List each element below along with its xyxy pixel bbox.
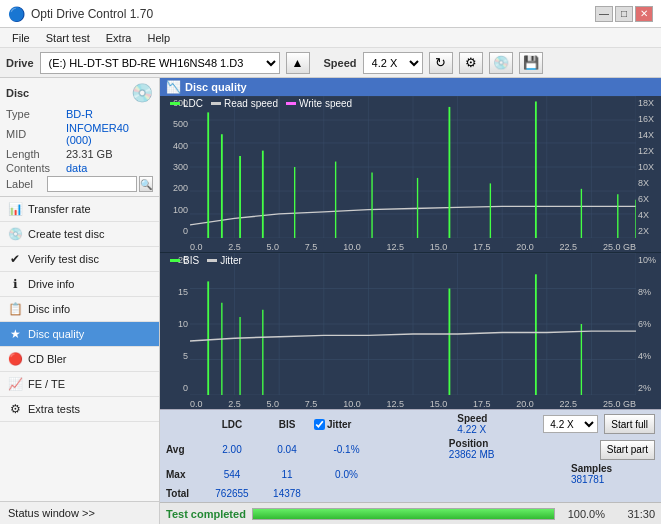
disc-type-label: Type — [6, 108, 66, 120]
position-value: 23862 MB — [449, 449, 529, 460]
y-label-r: 8X — [638, 178, 659, 188]
sidebar-item-disc-quality[interactable]: ★ Disc quality — [0, 322, 159, 347]
x-label: 20.0 — [516, 399, 534, 409]
sidebar-item-create-test-disc[interactable]: 💿 Create test disc — [0, 222, 159, 247]
menu-extra[interactable]: Extra — [98, 31, 140, 45]
top-chart-svg — [190, 96, 636, 238]
status-window-button[interactable]: Status window >> — [0, 501, 159, 524]
chart-header: 📉 Disc quality — [160, 78, 661, 96]
sidebar-item-label: Transfer rate — [28, 203, 91, 215]
disc-contents-value: data — [66, 162, 153, 174]
menu-file[interactable]: File — [4, 31, 38, 45]
y-label: 15 — [162, 287, 188, 297]
sidebar-item-transfer-rate[interactable]: 📊 Transfer rate — [0, 197, 159, 222]
disc-section: Disc 💿 Type BD-R MID INFOMER40 (000) Len… — [0, 78, 159, 197]
x-label: 17.5 — [473, 242, 491, 252]
x-label: 10.0 — [343, 399, 361, 409]
sidebar-item-fe-te[interactable]: 📈 FE / TE — [0, 372, 159, 397]
drive-label: Drive — [6, 57, 34, 69]
bis-col-header: BIS — [262, 419, 312, 430]
disc-label-row: Label 🔍 — [6, 176, 153, 192]
menu-start-test[interactable]: Start test — [38, 31, 98, 45]
charts-area: LDC Read speed Write speed — [160, 96, 661, 409]
start-full-button[interactable]: Start full — [604, 414, 655, 434]
samples-label: Samples — [571, 463, 651, 474]
progress-time: 31:30 — [611, 508, 655, 520]
x-label: 5.0 — [267, 242, 280, 252]
y-label: 100 — [162, 205, 188, 215]
sidebar-item-cd-bler[interactable]: 🔴 CD Bler — [0, 347, 159, 372]
x-label: 15.0 — [430, 242, 448, 252]
disc-contents-label: Contents — [6, 162, 66, 174]
disc-type-row: Type BD-R — [6, 108, 153, 120]
bis-legend-label: BIS — [183, 255, 199, 266]
y-label: 400 — [162, 141, 188, 151]
settings-button[interactable]: ⚙ — [459, 52, 483, 74]
sidebar-item-label: FE / TE — [28, 378, 65, 390]
menu-help[interactable]: Help — [139, 31, 178, 45]
verify-test-disc-icon: ✔ — [8, 252, 22, 266]
write-speed-legend: Write speed — [286, 98, 352, 109]
start-part-button[interactable]: Start part — [600, 440, 655, 460]
main-layout: Disc 💿 Type BD-R MID INFOMER40 (000) Len… — [0, 78, 661, 524]
disc-mid-value: INFOMER40 (000) — [66, 122, 153, 146]
close-button[interactable]: ✕ — [635, 6, 653, 22]
titlebar: 🔵 Opti Drive Control 1.70 — □ ✕ — [0, 0, 661, 28]
stats-total-row: Total 762655 14378 — [166, 487, 655, 500]
y-label-r: 6% — [638, 319, 659, 329]
x-label: 15.0 — [430, 399, 448, 409]
sidebar-item-disc-info[interactable]: 📋 Disc info — [0, 297, 159, 322]
max-jitter: 0.0% — [314, 469, 379, 480]
progress-bar-outer — [252, 508, 555, 520]
jitter-legend-label: Jitter — [220, 255, 242, 266]
refresh-button[interactable]: ↻ — [429, 52, 453, 74]
eject-button[interactable]: ▲ — [286, 52, 310, 74]
x-label: 2.5 — [228, 399, 241, 409]
y-label: 500 — [162, 119, 188, 129]
y-label-r: 14X — [638, 130, 659, 140]
titlebar-left: 🔵 Opti Drive Control 1.70 — [8, 6, 153, 22]
sidebar-item-label: Verify test disc — [28, 253, 99, 265]
y-label-r: 4X — [638, 210, 659, 220]
speed-select[interactable]: 4.2 X — [363, 52, 423, 74]
maximize-button[interactable]: □ — [615, 6, 633, 22]
sidebar-item-drive-info[interactable]: ℹ Drive info — [0, 272, 159, 297]
y-label-r: 12X — [638, 146, 659, 156]
disc-icon: 💿 — [131, 82, 153, 104]
stats-max-row: Max 544 11 0.0% Samples 381781 — [166, 462, 655, 486]
disc-button[interactable]: 💿 — [489, 52, 513, 74]
y-label: 5 — [162, 351, 188, 361]
avg-bis: 0.04 — [262, 444, 312, 455]
speed-stat-select[interactable]: 4.2 X — [543, 415, 598, 433]
disc-length-value: 23.31 GB — [66, 148, 153, 160]
sidebar-item-extra-tests[interactable]: ⚙ Extra tests — [0, 397, 159, 422]
ldc-legend-label: LDC — [183, 98, 203, 109]
disc-mid-row: MID INFOMER40 (000) — [6, 122, 153, 146]
x-label: 22.5 — [560, 399, 578, 409]
x-label: 25.0 GB — [603, 399, 636, 409]
y-label-r: 4% — [638, 351, 659, 361]
drive-select[interactable]: (E:) HL-DT-ST BD-RE WH16NS48 1.D3 — [40, 52, 280, 74]
drive-info-icon: ℹ — [8, 277, 22, 291]
minimize-button[interactable]: — — [595, 6, 613, 22]
disc-mid-label: MID — [6, 128, 66, 140]
fe-te-icon: 📈 — [8, 377, 22, 391]
nav-spacer — [0, 422, 159, 501]
y-axis-right-bot: 10% 8% 6% 4% 2% — [636, 253, 661, 395]
bottom-chart: BIS Jitter — [160, 253, 661, 409]
sidebar-item-label: Extra tests — [28, 403, 80, 415]
progress-percent: 100.0% — [561, 508, 605, 520]
label-browse-button[interactable]: 🔍 — [139, 176, 153, 192]
y-label: 0 — [162, 383, 188, 393]
status-window-label: Status window >> — [8, 507, 95, 519]
stats-avg-row: Avg 2.00 0.04 -0.1% Position 23862 MB St… — [166, 437, 655, 461]
avg-ldc: 2.00 — [204, 444, 260, 455]
sidebar-item-verify-test-disc[interactable]: ✔ Verify test disc — [0, 247, 159, 272]
x-axis-top: 0.0 2.5 5.0 7.5 10.0 12.5 15.0 17.5 20.0… — [190, 242, 636, 252]
x-label: 12.5 — [386, 242, 404, 252]
y-label: 300 — [162, 162, 188, 172]
progress-bar-inner — [253, 509, 554, 519]
save-button[interactable]: 💾 — [519, 52, 543, 74]
disc-label-input[interactable] — [47, 176, 137, 192]
jitter-checkbox[interactable] — [314, 419, 325, 430]
